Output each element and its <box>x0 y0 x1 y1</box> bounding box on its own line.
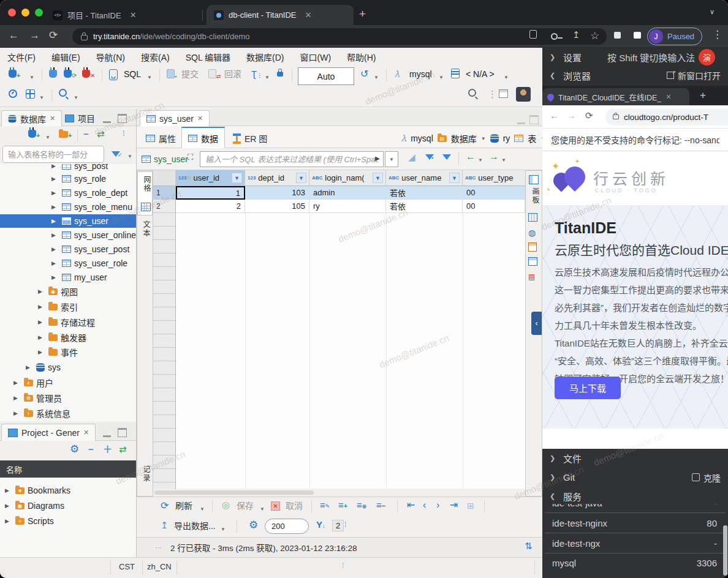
bookmark-star-icon[interactable]: ☆ <box>590 29 599 42</box>
settings-gear-icon[interactable]: ⚙ <box>249 520 258 530</box>
tab-database-navigator[interactable]: 数据库 ✕ <box>1 110 62 126</box>
cell-user_type[interactable]: 00 <box>463 186 525 200</box>
row-header[interactable]: 2 <box>153 200 176 213</box>
close-icon[interactable]: ✕ <box>83 429 89 437</box>
sql-editor-icon[interactable]: ␣ <box>109 69 118 80</box>
export-data-button[interactable]: 导出数据... <box>174 521 216 531</box>
text-view-tab[interactable]: 文本 <box>137 218 153 255</box>
services-section-header[interactable]: ❮ 服务 <box>542 487 728 505</box>
key-icon[interactable] <box>551 31 563 42</box>
nav-forward-dropdown-icon[interactable]: ▼ <box>501 156 506 165</box>
connection-dropdown-icon[interactable]: ▼ <box>439 73 444 83</box>
share-icon[interactable]: ↥ <box>572 29 580 40</box>
connection-sync-icon[interactable]: ⇅ <box>525 541 533 551</box>
sort-icon[interactable]: ▼ <box>449 173 460 183</box>
minimize-panel-icon[interactable] <box>103 430 111 437</box>
schema-dropdown-icon[interactable]: ▼ <box>504 73 509 83</box>
menu-database[interactable]: 数据库(D) <box>246 51 284 63</box>
editor-tab-sys_user[interactable]: sys_user ✕ <box>140 110 210 126</box>
tree-item-sys_role_dept[interactable]: ▶sys_role_dept <box>0 186 136 200</box>
transaction-dropdown-icon[interactable]: ▼ <box>265 73 270 83</box>
auto-commit-select[interactable]: Auto <box>298 67 354 85</box>
chart-icon[interactable]: ▤ <box>528 272 535 282</box>
cell-login_name[interactable]: admin <box>309 186 386 200</box>
tree-item-sys_user_post[interactable]: ▶sys_user_post <box>0 242 136 256</box>
lock-toolbar-icon[interactable] <box>277 69 283 78</box>
column-header-user_type[interactable]: ABC user_type <box>463 170 525 186</box>
project-item-bookmarks[interactable]: ▶★Bookmarks <box>0 484 136 497</box>
filter-funnel-icon[interactable]: ✓ <box>112 149 123 160</box>
tree-item-triggers[interactable]: ▶触发器 <box>0 331 136 344</box>
rollback-button[interactable]: 回滚 <box>224 69 241 79</box>
menu-navigate[interactable]: 导航(N) <box>96 51 125 63</box>
back-icon[interactable]: ← <box>9 29 19 42</box>
tree-item-sys_role_menu[interactable]: ▶sys_role_menu <box>0 200 136 214</box>
view-menu-icon[interactable]: ⁞ <box>123 129 125 138</box>
history-dropdown-icon[interactable]: ▼ <box>374 73 379 83</box>
reload-icon[interactable]: ⟳ <box>49 29 58 42</box>
filter-history-dropdown[interactable]: ▼ <box>385 151 398 167</box>
preview-forward-icon[interactable]: → <box>567 110 576 121</box>
last-page-icon[interactable]: ⇥ <box>450 500 458 510</box>
cell-dept_id[interactable]: 103 <box>245 186 309 200</box>
collapse-all-icon[interactable]: − <box>88 445 94 454</box>
column-header-user_name[interactable]: ABC user_name ▼ <box>386 170 463 186</box>
nav-forward-icon[interactable]: → <box>489 152 499 162</box>
browser-section-header[interactable]: ❮ 浏览器 ↗ 新窗口打开 <box>542 66 728 84</box>
reconnect-icon[interactable]: ⟳ <box>64 70 77 81</box>
grid-panel-icon[interactable] <box>528 213 537 223</box>
extensions-icon[interactable] <box>614 30 621 40</box>
sort-icon[interactable]: ▼ <box>296 173 306 183</box>
active-connection-label[interactable]: mysql <box>409 69 432 79</box>
project-item-diagrams[interactable]: ▶▣Diagrams <box>0 499 136 512</box>
save-dropdown-icon[interactable]: ▼ <box>260 505 265 514</box>
metadata-panel-icon[interactable] <box>528 257 537 268</box>
git-section-header[interactable]: ❯ Git 克隆 <box>542 468 728 487</box>
fetch-all-icon[interactable]: ⊞ <box>467 501 474 511</box>
gear-icon[interactable]: ⚙ <box>70 445 79 454</box>
cell-user_name[interactable]: 若依 <box>386 186 463 200</box>
project-name-header[interactable]: 名称 <box>0 460 136 478</box>
nav-new-connection-icon[interactable]: + <box>28 130 40 140</box>
clipboard-icon[interactable] <box>529 30 537 40</box>
sort-icon[interactable]: ▼ <box>373 173 383 183</box>
close-tab-icon[interactable]: ✕ <box>305 10 312 20</box>
fetch-size-icon[interactable]: Y↓ <box>316 520 325 531</box>
commit-button[interactable]: 提交 <box>181 69 199 79</box>
tree-item-events[interactable]: ▶事件 <box>0 345 136 359</box>
tab-project-general[interactable]: Project - Gener ✕ <box>1 424 96 441</box>
transaction-mode-icon[interactable]: Ʈ⋮ <box>251 69 262 80</box>
timezone-status[interactable]: CST <box>119 562 135 571</box>
open-new-window-button[interactable]: ↗ 新窗口打开 <box>667 69 721 81</box>
mac-minimize-button[interactable] <box>21 9 29 17</box>
duplicate-row-icon[interactable]: ≡⊕ <box>357 500 366 511</box>
maximize-editor-icon[interactable] <box>529 115 539 124</box>
tree-item-my_user[interactable]: ▶my_user <box>0 271 136 284</box>
eraser-icon[interactable]: ◢ <box>408 152 415 162</box>
save-filter-icon[interactable]: ▪ <box>425 152 434 163</box>
new-tab-button[interactable]: + <box>359 7 366 21</box>
cancel-button[interactable]: 取消 <box>286 501 303 511</box>
forward-icon[interactable]: → <box>29 29 40 42</box>
tab-er-diagram[interactable]: ER 图 <box>228 129 272 148</box>
tree-item-users[interactable]: ▶٨用户 <box>0 376 136 389</box>
preview-tab[interactable]: TitanIDE_CloudIDE_在线IDE_ ✕ <box>542 88 689 105</box>
tree-item-sys_user[interactable]: ▶sys_user <box>0 214 136 228</box>
export-dropdown-icon[interactable]: ▼ <box>221 525 226 535</box>
fetch-size-input[interactable] <box>265 519 309 534</box>
sql-filter-input[interactable] <box>200 151 384 167</box>
link-with-editor-icon[interactable]: ⇄ <box>97 129 105 139</box>
profile-button[interactable]: J Paused <box>647 28 702 45</box>
chrome-menu-icon[interactable]: ⋮ <box>712 29 722 41</box>
edit-row-icon[interactable]: ≡✎ <box>320 500 330 511</box>
project-item-scripts[interactable]: ▶≡Scripts <box>0 514 136 528</box>
calculator-icon[interactable] <box>528 242 537 253</box>
connect-icon[interactable] <box>49 70 57 80</box>
close-tab-icon[interactable]: ✕ <box>130 10 137 20</box>
tab-project-navigator[interactable]: 项目 <box>59 110 101 126</box>
network-icon[interactable] <box>26 89 35 100</box>
breadcrumb-database[interactable]: ry <box>503 133 510 143</box>
delete-row-icon[interactable]: ≡− <box>376 500 385 511</box>
minimize-panel-icon[interactable] <box>103 116 111 123</box>
maximize-panel-icon[interactable] <box>118 428 127 437</box>
